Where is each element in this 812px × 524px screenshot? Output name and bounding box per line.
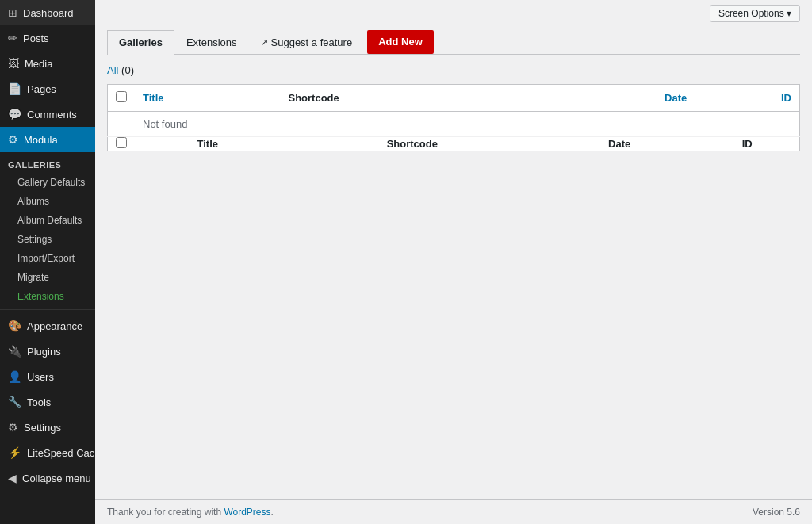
- tools-icon: 🔧: [8, 396, 21, 408]
- sidebar-item-label: Plugins: [27, 346, 61, 358]
- external-link-icon: ↗: [261, 37, 268, 48]
- sidebar-item-label: Appearance: [27, 320, 82, 332]
- tab-extensions[interactable]: Extensions: [174, 30, 249, 54]
- filter-bar: All (0): [107, 64, 800, 76]
- not-found-text: Not found: [135, 112, 800, 137]
- sidebar-item-label: Comments: [27, 109, 77, 120]
- sidebar-divider: [0, 309, 95, 310]
- sidebar-subitem-settings[interactable]: Settings: [0, 230, 95, 249]
- sidebar-item-modula[interactable]: ⚙ Modula: [0, 127, 95, 152]
- sidebar-item-users[interactable]: 👤 Users: [0, 364, 95, 389]
- footer-checkbox-col: [108, 137, 136, 151]
- footer-wordpress-link[interactable]: WordPress: [224, 507, 270, 518]
- sidebar-item-label: LiteSpeed Cache: [27, 447, 95, 459]
- litespeed-icon: ⚡: [8, 446, 21, 459]
- top-bar: Screen Options: [95, 0, 812, 22]
- footer-version: Version 5.6: [753, 507, 800, 518]
- sidebar-item-label: Tools: [27, 396, 51, 408]
- sidebar-subitem-migrate[interactable]: Migrate: [0, 268, 95, 287]
- filter-count: (0): [121, 64, 134, 76]
- users-icon: 👤: [8, 370, 21, 383]
- sidebar-item-pages[interactable]: 📄 Pages: [0, 76, 95, 101]
- modula-icon: ⚙: [8, 133, 18, 146]
- header-id[interactable]: ID: [695, 85, 799, 112]
- footer-select-all-checkbox[interactable]: [116, 137, 127, 148]
- sidebar-item-appearance[interactable]: 🎨 Appearance: [0, 313, 95, 338]
- footer-thanks: Thank you for creating with WordPress.: [107, 507, 274, 518]
- sidebar-subitem-albums[interactable]: Albums: [0, 192, 95, 211]
- sidebar-item-posts[interactable]: ✏ Posts: [0, 25, 95, 51]
- screen-options-button[interactable]: Screen Options: [710, 5, 800, 22]
- sidebar-item-label: Pages: [27, 83, 56, 95]
- galleries-section-title: Galleries: [0, 152, 95, 173]
- not-found-check-col: [108, 112, 136, 137]
- sidebar-item-label: Modula: [24, 134, 58, 146]
- sidebar-item-settings[interactable]: ⚙ Settings: [0, 415, 95, 440]
- sidebar-item-label: Users: [27, 371, 54, 383]
- sidebar-subitem-import-export[interactable]: Import/Export: [0, 249, 95, 268]
- sidebar-item-label: Dashboard: [23, 7, 74, 19]
- posts-icon: ✏: [8, 32, 17, 44]
- table-footer-row: Title Shortcode Date ID: [108, 137, 800, 151]
- comments-icon: 💬: [8, 108, 21, 120]
- footer: Thank you for creating with WordPress. V…: [95, 499, 812, 524]
- tab-suggest-feature[interactable]: ↗ Suggest a feature: [249, 30, 365, 54]
- sidebar-subitem-extensions[interactable]: Extensions: [0, 287, 95, 306]
- sidebar-item-label: Collapse menu: [22, 472, 91, 484]
- sidebar-subitem-album-defaults[interactable]: Album Defaults: [0, 211, 95, 230]
- header-checkbox-col: [108, 85, 136, 112]
- plugins-icon: 🔌: [8, 345, 21, 358]
- pages-icon: 📄: [8, 82, 21, 95]
- table-row-not-found: Not found: [108, 112, 800, 137]
- sidebar-item-plugins[interactable]: 🔌 Plugins: [0, 338, 95, 364]
- sidebar-item-litespeed[interactable]: ⚡ LiteSpeed Cache: [0, 440, 95, 465]
- footer-shortcode: Shortcode: [280, 137, 544, 151]
- tabs: Galleries Extensions ↗ Suggest a feature…: [107, 30, 800, 55]
- select-all-checkbox[interactable]: [116, 91, 127, 102]
- galleries-table: Title Shortcode Date ID Not found: [107, 84, 800, 151]
- sidebar: ⊞ Dashboard ✏ Posts 🖼 Media 📄 Pages 💬 Co…: [0, 0, 95, 524]
- dashboard-icon: ⊞: [8, 6, 17, 19]
- appearance-icon: 🎨: [8, 319, 21, 332]
- sidebar-item-label: Settings: [24, 422, 61, 434]
- filter-all-link[interactable]: All: [107, 64, 118, 76]
- collapse-icon: ◀: [8, 472, 17, 484]
- footer-date[interactable]: Date: [544, 137, 695, 151]
- main-content: Screen Options Galleries Extensions ↗ Su…: [95, 0, 812, 524]
- tab-suggest-label: Suggest a feature: [271, 36, 353, 48]
- header-shortcode: Shortcode: [280, 85, 544, 112]
- tab-galleries[interactable]: Galleries: [107, 30, 174, 55]
- content-area: Galleries Extensions ↗ Suggest a feature…: [95, 22, 812, 499]
- media-icon: 🖼: [8, 57, 19, 70]
- sidebar-item-label: Media: [25, 58, 52, 70]
- header-date[interactable]: Date: [544, 85, 695, 112]
- sidebar-item-label: Posts: [23, 33, 49, 44]
- sidebar-item-comments[interactable]: 💬 Comments: [0, 101, 95, 127]
- footer-id[interactable]: ID: [695, 137, 799, 151]
- footer-thanks-text: Thank you for creating with: [107, 507, 224, 518]
- sidebar-item-media[interactable]: 🖼 Media: [0, 51, 95, 76]
- sidebar-item-dashboard[interactable]: ⊞ Dashboard: [0, 0, 95, 25]
- sidebar-item-tools[interactable]: 🔧 Tools: [0, 389, 95, 415]
- tab-add-new[interactable]: Add New: [367, 30, 434, 54]
- sidebar-item-collapse[interactable]: ◀ Collapse menu: [0, 465, 95, 491]
- footer-title[interactable]: Title: [135, 137, 280, 151]
- sidebar-subitem-gallery-defaults[interactable]: Gallery Defaults: [0, 173, 95, 192]
- header-title[interactable]: Title: [135, 85, 280, 112]
- table-header-row: Title Shortcode Date ID: [108, 85, 800, 112]
- settings-icon: ⚙: [8, 421, 18, 434]
